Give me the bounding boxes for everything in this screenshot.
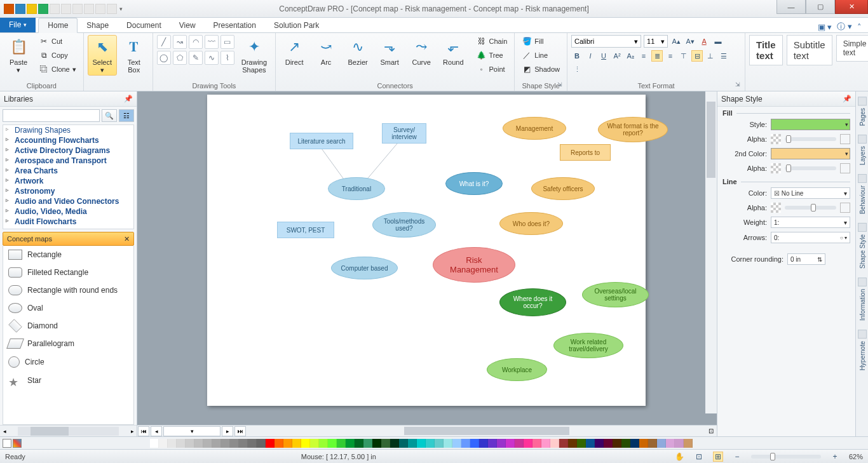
line-weight-picker[interactable]: 1:▾ xyxy=(771,217,850,228)
superscript-button[interactable]: A² xyxy=(611,50,623,62)
second-alpha-slider[interactable] xyxy=(785,166,836,170)
palette-swatch[interactable] xyxy=(657,439,666,448)
window-icon[interactable]: ▣ ▾ xyxy=(818,22,832,32)
align-top-button[interactable]: ⊤ xyxy=(678,50,689,62)
connector-arc[interactable]: ⤻Arc xyxy=(311,35,341,68)
tool-polyline[interactable]: 〰 xyxy=(205,35,219,49)
corner-rounding-input[interactable]: 0 in⇅ xyxy=(787,253,825,265)
palette-swatch[interactable] xyxy=(266,439,275,448)
tool-arc[interactable]: ◠ xyxy=(189,35,203,49)
bold-button[interactable]: B xyxy=(571,50,583,62)
zoom-slider[interactable] xyxy=(751,455,821,459)
palette-swatch[interactable] xyxy=(159,439,168,448)
select-button[interactable]: ⬉ Select▾ xyxy=(88,35,117,76)
connector-smart[interactable]: ⬎Smart xyxy=(375,35,404,68)
shape-item[interactable]: ★Star xyxy=(3,372,133,389)
tab-prev[interactable]: ◂ xyxy=(151,426,162,436)
rail-tab-layers[interactable]: Layers xyxy=(858,135,867,165)
bullets-button[interactable]: ☰ xyxy=(718,50,729,62)
palette-swatch[interactable] xyxy=(381,439,390,448)
node-travel[interactable]: Work related travel/delivery xyxy=(553,333,623,358)
palette-swatch[interactable] xyxy=(648,439,657,448)
maximize-button[interactable]: ▢ xyxy=(806,0,835,14)
palette-swatch[interactable] xyxy=(275,439,283,448)
arrows-picker[interactable]: 0:○ ▾ xyxy=(771,232,850,243)
library-search-input[interactable] xyxy=(3,109,100,122)
palette-swatch[interactable] xyxy=(630,439,639,448)
rail-tab-shape-style[interactable]: Shape Style xyxy=(858,223,867,269)
palette-swatch[interactable] xyxy=(346,439,355,448)
node-risk-management[interactable]: Risk Management xyxy=(433,247,515,283)
tab-shape[interactable]: Shape xyxy=(78,18,118,32)
palette-swatch[interactable] xyxy=(212,439,221,448)
node-safety[interactable]: Safety officers xyxy=(531,177,595,200)
zoom-fit-icon[interactable]: ⊞ xyxy=(713,452,723,462)
subscript-button[interactable]: A₂ xyxy=(625,50,636,62)
qat-cut-icon[interactable] xyxy=(84,4,94,14)
shrink-font-button[interactable]: A▾ xyxy=(684,36,696,47)
palette-swatch[interactable] xyxy=(613,439,621,448)
zoom-in-button[interactable]: + xyxy=(830,452,840,462)
node-overseas[interactable]: Overseas/local settings xyxy=(582,282,649,307)
library-tree-item[interactable]: Area Charts xyxy=(3,166,133,176)
palette-swatch[interactable] xyxy=(586,439,595,448)
palette-swatch[interactable] xyxy=(621,439,630,448)
qat-open-icon[interactable] xyxy=(27,4,37,14)
palette-swatch[interactable] xyxy=(568,439,577,448)
palette-swatch[interactable] xyxy=(292,439,301,448)
line-color-picker[interactable]: ☒ No Line▾ xyxy=(771,187,850,199)
palette-swatch[interactable] xyxy=(452,439,461,448)
underline-button[interactable]: U xyxy=(598,50,609,62)
align-middle-button[interactable]: ⊟ xyxy=(691,50,703,62)
multicolor-swatch[interactable] xyxy=(13,439,22,448)
palette-swatch[interactable] xyxy=(257,439,266,448)
numbering-button[interactable]: ⋮ xyxy=(571,64,583,75)
library-search-button[interactable]: 🔍 xyxy=(102,109,117,122)
library-tree-item[interactable]: Accounting Flowcharts xyxy=(3,135,133,145)
connector-chain[interactable]: ⛓Chain xyxy=(473,35,511,48)
line-button[interactable]: ／Line xyxy=(519,49,563,62)
grow-font-button[interactable]: A▴ xyxy=(670,36,682,47)
tool-rect[interactable]: ▭ xyxy=(220,35,234,49)
palette-swatch[interactable] xyxy=(150,439,159,448)
connector-direct[interactable]: ↗Direct xyxy=(280,35,309,68)
palette-swatch[interactable] xyxy=(363,439,372,448)
palette-swatch[interactable] xyxy=(461,439,470,448)
palette-swatch[interactable] xyxy=(684,439,693,448)
tab-view[interactable]: View xyxy=(170,18,205,32)
font-size-combo[interactable]: 11▾ xyxy=(644,35,668,48)
align-bottom-button[interactable]: ⊥ xyxy=(705,50,716,62)
zoom-out-button[interactable]: − xyxy=(732,452,742,462)
shape-item[interactable]: Rectangle with round ends xyxy=(3,281,133,299)
font-name-combo[interactable]: Calibri▾ xyxy=(571,35,641,48)
pin-icon[interactable]: 📌 xyxy=(124,95,133,103)
palette-swatch[interactable] xyxy=(541,439,550,448)
tab-last[interactable]: ⏭ xyxy=(234,426,246,436)
palette-swatch[interactable] xyxy=(488,439,497,448)
library-tree-item[interactable]: Active Directory Diagrams xyxy=(3,145,133,156)
font-color-button[interactable]: A xyxy=(698,36,710,47)
tab-presentation[interactable]: Presentation xyxy=(205,18,265,32)
palette-swatch[interactable] xyxy=(524,439,532,448)
style-simple[interactable]: Simple text xyxy=(836,35,868,62)
palette-swatch[interactable] xyxy=(577,439,586,448)
palette-swatch[interactable] xyxy=(390,439,399,448)
palette-swatch[interactable] xyxy=(399,439,408,448)
clone-button[interactable]: ⿻Clone ▾ xyxy=(36,63,79,76)
connector-point[interactable]: ◦Point xyxy=(473,63,511,76)
palette-swatch[interactable] xyxy=(355,439,363,448)
paste-button[interactable]: 📋 Paste ▾ xyxy=(4,35,33,76)
fill-style-picker[interactable]: ▾ xyxy=(771,119,850,130)
library-tree-item[interactable]: Astronomy xyxy=(3,186,133,196)
palette-swatch[interactable] xyxy=(328,439,337,448)
palette-swatch[interactable] xyxy=(248,439,257,448)
help-icon[interactable]: ⓘ ▾ xyxy=(837,21,852,32)
node-tools[interactable]: Tools/methods used? xyxy=(372,212,436,238)
node-computer-based[interactable]: Computer based xyxy=(331,257,398,279)
tab-page-selector[interactable]: ▾ xyxy=(163,426,220,436)
qat-more-icon[interactable] xyxy=(107,4,117,14)
connector-tree[interactable]: 🌲Tree xyxy=(473,49,511,62)
node-survey[interactable]: Survey/ interview xyxy=(382,123,426,144)
qat-undo-icon[interactable] xyxy=(50,4,60,14)
node-management[interactable]: Management xyxy=(503,117,566,140)
